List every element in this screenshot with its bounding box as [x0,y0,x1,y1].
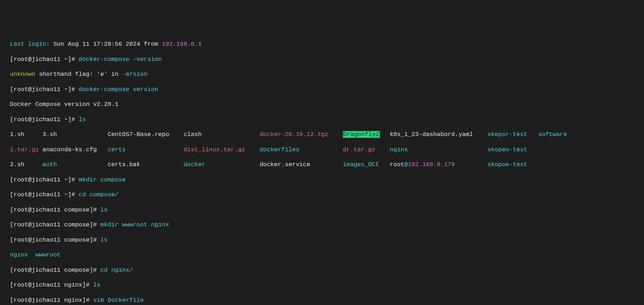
dir: software [538,131,567,138]
login-datetime: Sun Aug 11 17:28:56 2024 from [53,41,158,47]
file: anaconda-ks.cfg [43,146,108,153]
cmd-dc-version: docker-compose version [79,86,158,93]
file: clash [184,131,260,138]
cmd-ls: ls [100,237,107,243]
cmd-cd-nginx: cd nginx/ [100,267,133,273]
output-line: Docker Compose version v2.28.1 [10,101,644,108]
prompt-line: [root@jichao11 ~]# docker-compose -versi… [10,56,644,63]
prompt-compose: [root@jichao11 compose]# [10,267,97,273]
cmd-cd-compose: cd compose/ [79,191,118,198]
file-archive: 1.tar.gz [10,146,43,153]
file: 1.sh [10,131,43,138]
cmd-ls: ls [93,282,100,288]
file: 2.sh [10,161,43,168]
prompt-line: [root@jichao11 compose]# cd nginx/ [10,266,644,274]
remote: root@192.168.0.179 [390,161,487,168]
dir: images_OCI [343,161,390,168]
cmd-mkdir-compose: mkdir compose [79,176,126,183]
prompt-line: [root@jichao11 nginx]# ls [10,281,644,289]
ls-row-1: 1.sh3.shCentOS7-Base.repoclashdocker-20.… [10,131,644,138]
file: k8s_1_23-dashabord.yaml [390,131,487,138]
login-line: Last login: Sun Aug 11 17:28:56 2024 fro… [10,40,644,48]
file: certs.bak [107,161,183,168]
prompt-line: [root@jichao11 nginx]# vim Dockerfile [10,296,644,304]
file-archive: dr.tar.gz [343,146,390,153]
err-arg: -ersion [122,71,147,78]
error-line: unknown shorthand flag: 'e' in -ersion [10,70,644,78]
prompt-line: [root@jichao11 ~]# docker-compose versio… [10,86,644,93]
ls-row-3: 2.shauthcerts.bakdockerdocker.serviceima… [10,161,644,168]
prompt-home: [root@jichao11 ~]# [10,86,75,93]
cmd-dc-version-typo: docker-compose -version [79,56,162,63]
prompt-nginx: [root@jichao11 nginx]# [10,282,89,288]
prompt-compose: [root@jichao11 compose]# [10,207,97,213]
prompt-line: [root@jichao11 compose]# ls [10,206,644,214]
cmd-ls: ls [100,207,107,213]
dir: skepor-test [488,131,538,138]
prompt-line: [root@jichao11 compose]# ls [10,236,644,244]
cmd-vim-dockerfile: vim Dockerfile [93,297,144,304]
prompt-line: [root@jichao11 ~]# ls [10,116,644,123]
dir: auth [43,161,108,168]
cmd-ls: ls [79,116,86,123]
ls-row-2: 1.tar.gzanaconda-ks.cfgcertsdist_linux.t… [10,146,644,153]
err-unknown: unknown [10,71,35,78]
cmd-mkdir-wn: mkdir wwwroot nginx [100,221,169,228]
dir: certs [107,146,183,153]
login-prefix: Last login: [10,41,50,47]
prompt-home: [root@jichao11 ~]# [10,116,75,123]
file-archive: dist_linux.tar.gz [184,146,260,153]
dir-highlight: Dragonfly2 [343,131,390,138]
prompt-home: [root@jichao11 ~]# [10,191,75,198]
ls-output: nginx wwwroot [10,251,644,259]
prompt-line: [root@jichao11 ~]# cd compose/ [10,191,644,198]
dir: nginx [390,146,487,153]
prompt-home: [root@jichao11 ~]# [10,56,75,63]
dir: skopoe-test [488,161,527,168]
prompt-compose: [root@jichao11 compose]# [10,221,97,228]
dir: dockerfiles [260,146,343,153]
file-archive: docker-20.10.12.tgz [260,131,343,138]
login-ip: 192.168.0.1 [162,41,201,47]
terminal-output[interactable]: Last login: Sun Aug 11 17:28:56 2024 fro… [10,33,644,305]
file: docker.service [260,161,343,168]
prompt-line: [root@jichao11 ~]# mkdir compose [10,176,644,183]
prompt-compose: [root@jichao11 compose]# [10,237,97,243]
err-mid: shorthand flag: 'e' in [39,71,118,78]
dir: docker [184,161,260,168]
prompt-nginx: [root@jichao11 nginx]# [10,297,89,304]
prompt-line: [root@jichao11 compose]# mkdir wwwroot n… [10,221,644,228]
file: 3.sh [43,131,108,138]
dir: skopeo-test [488,146,527,153]
file: CentOS7-Base.repo [107,131,183,138]
prompt-home: [root@jichao11 ~]# [10,176,75,183]
